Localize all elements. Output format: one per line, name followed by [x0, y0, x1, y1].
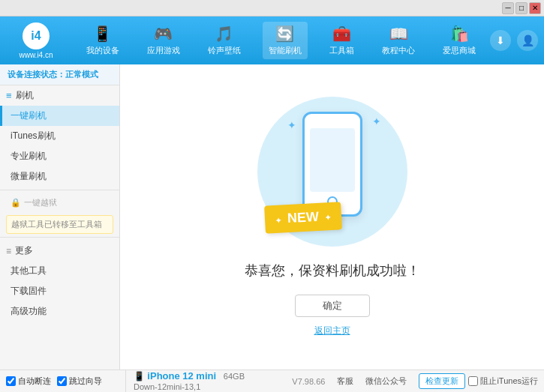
logo-icon: i4: [23, 22, 50, 49]
smart-flash-icon: 🔄: [275, 25, 294, 43]
title-bar: ─ □ ✕: [0, 0, 544, 16]
nav-bar: 📱 我的设备 🎮 应用游戏 🎵 铃声壁纸 🔄 智能刷机 🧰 工具箱 📖 教程中心…: [72, 22, 490, 59]
success-message: 恭喜您，保资料刷机成功啦！: [245, 262, 420, 280]
nav-item-tutorial[interactable]: 📖 教程中心: [376, 22, 421, 59]
minimize-button[interactable]: ─: [502, 2, 514, 14]
sidebar-divider-1: [0, 190, 119, 190]
nav-label-ringtone: 铃声壁纸: [208, 45, 241, 56]
nav-label-tutorial: 教程中心: [382, 45, 415, 56]
device-firmware: Down-12mini-13,1: [134, 382, 200, 391]
skip-wizard-checkbox[interactable]: 跳过向导: [57, 376, 102, 387]
app-game-icon: 🎮: [154, 25, 173, 43]
device-icon: 📱: [134, 371, 147, 382]
sidebar-item-pro-flash[interactable]: 专业刷机: [0, 146, 119, 166]
sidebar-item-itunes-flash[interactable]: iTunes刷机: [0, 126, 119, 146]
status-label: 设备连接状态：: [8, 70, 65, 79]
update-button[interactable]: 检查更新: [419, 373, 465, 389]
nav-item-store[interactable]: 🛍️ 爱思商城: [437, 22, 482, 59]
confirm-button[interactable]: 确定: [295, 295, 370, 317]
header-right: ⬇ 👤: [490, 30, 538, 51]
bottom-left: 自动断连 跳过向导: [6, 370, 126, 392]
device-storage-val: 64GB: [224, 372, 245, 381]
sidebar-section-more[interactable]: ≡ 更多: [0, 241, 119, 261]
sparkle-left: ✦: [287, 119, 296, 131]
stop-itunes-label: 阻止iTunes运行: [480, 376, 538, 387]
device-status: 设备连接状态：正常模式: [0, 64, 119, 85]
skip-wizard-label: 跳过向导: [69, 376, 102, 387]
sidebar: 设备连接状态：正常模式 ≡ 刷机 一键刷机 iTunes刷机 专业刷机 微量刷机…: [0, 64, 120, 370]
header: i4 www.i4.cn 📱 我的设备 🎮 应用游戏 🎵 铃声壁纸 🔄 智能刷机…: [0, 16, 544, 64]
nav-item-my-device[interactable]: 📱 我的设备: [80, 22, 125, 59]
nav-label-toolbox: 工具箱: [329, 45, 354, 56]
flash-section-icon: ≡: [6, 90, 12, 101]
user-button[interactable]: 👤: [517, 30, 538, 51]
close-button[interactable]: ✕: [529, 2, 541, 14]
status-value: 正常模式: [65, 70, 98, 79]
logo-subtext: www.i4.cn: [19, 51, 53, 59]
nav-label-my-device: 我的设备: [86, 45, 119, 56]
auto-disconnect-label: 自动断连: [18, 376, 51, 387]
phone-screen: [310, 128, 355, 192]
nav-label-app-game: 应用游戏: [147, 45, 180, 56]
lock-icon: 🔒: [11, 198, 21, 208]
tutorial-icon: 📖: [389, 25, 408, 43]
store-icon: 🛍️: [450, 25, 469, 43]
bottom-bar: 自动断连 跳过向导 📱 iPhone 12 mini 64GB Down-12m…: [0, 370, 544, 392]
new-badge: NEW: [264, 202, 342, 233]
sidebar-item-advanced[interactable]: 高级功能: [0, 301, 119, 322]
sidebar-item-one-click-flash[interactable]: 一键刷机: [0, 106, 119, 126]
user-icon: 👤: [521, 34, 534, 46]
maximize-button[interactable]: □: [515, 2, 527, 14]
sidebar-item-other-tools[interactable]: 其他工具: [0, 261, 119, 281]
my-device-icon: 📱: [93, 25, 112, 43]
phone-illustration: ✦ ✦ NEW: [257, 97, 407, 247]
stop-itunes-checkbox[interactable]: [468, 376, 478, 386]
nav-item-app-game[interactable]: 🎮 应用游戏: [141, 22, 186, 59]
device-name: iPhone 12 mini: [147, 370, 216, 382]
auto-disconnect-checkbox[interactable]: 自动断连: [6, 376, 51, 387]
nav-label-store: 爱思商城: [443, 45, 476, 56]
nav-item-smart-flash[interactable]: 🔄 智能刷机: [263, 22, 308, 59]
flash-section-label: 刷机: [16, 89, 34, 102]
toolbox-icon: 🧰: [332, 25, 351, 43]
sidebar-item-save-flash[interactable]: 微量刷机: [0, 166, 119, 187]
device-storage: [218, 372, 221, 381]
main-layout: 设备连接状态：正常模式 ≡ 刷机 一键刷机 iTunes刷机 专业刷机 微量刷机…: [0, 64, 544, 370]
jailbreak-notice: 越狱工具已转移至工具箱: [6, 215, 113, 234]
sidebar-item-jailbreak-disabled: 🔒 一键越狱: [0, 193, 119, 212]
bottom-right: V7.98.66 客服 微信公众号 检查更新: [286, 373, 465, 389]
sparkle-right: ✦: [372, 115, 381, 127]
sidebar-section-flash[interactable]: ≡ 刷机: [0, 85, 119, 106]
nav-item-toolbox[interactable]: 🧰 工具箱: [323, 22, 360, 59]
sidebar-item-download-firmware[interactable]: 下载固件: [0, 281, 119, 301]
jailbreak-label: 一键越狱: [24, 197, 57, 208]
more-section-label: 更多: [15, 244, 33, 257]
logo: i4 www.i4.cn: [6, 22, 66, 59]
auto-disconnect-input[interactable]: [6, 376, 16, 386]
version-label: V7.98.66: [292, 377, 325, 386]
ringtone-icon: 🎵: [215, 25, 233, 43]
phone-body: [302, 112, 362, 217]
stop-itunes-area: 阻止iTunes运行: [468, 376, 538, 387]
content-area: ✦ ✦ NEW 恭喜您，保资料刷机成功啦！ 确定 返回主页: [120, 64, 544, 370]
device-info: 📱 iPhone 12 mini 64GB Down-12mini-13,1: [126, 370, 286, 392]
support-link[interactable]: 客服: [337, 376, 353, 387]
sidebar-divider-2: [0, 237, 119, 238]
more-section-icon: ≡: [6, 246, 11, 256]
nav-label-smart-flash: 智能刷机: [269, 45, 302, 56]
skip-wizard-input[interactable]: [57, 376, 67, 386]
download-icon: ⬇: [496, 34, 505, 46]
back-to-main-link[interactable]: 返回主页: [314, 325, 350, 337]
nav-item-ringtone[interactable]: 🎵 铃声壁纸: [202, 22, 247, 59]
download-button[interactable]: ⬇: [490, 30, 511, 51]
wechat-link[interactable]: 微信公众号: [365, 376, 407, 387]
